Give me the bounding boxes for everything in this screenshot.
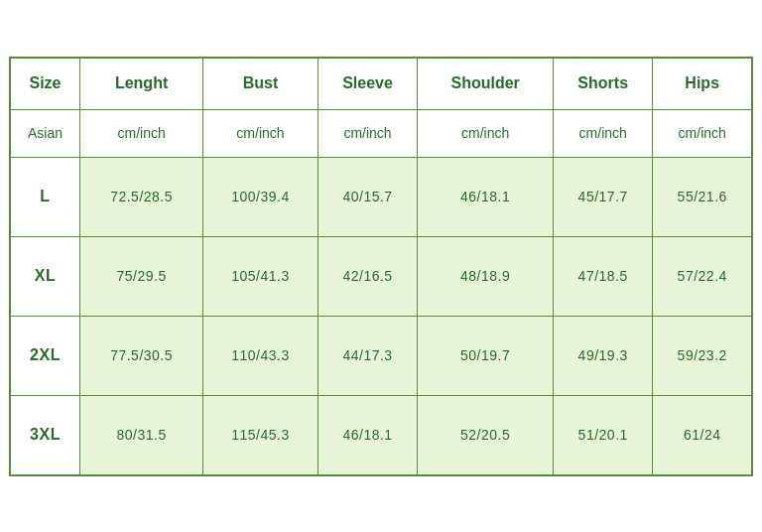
header-lenght: Lenght [80, 58, 203, 109]
subheader-sleeve-unit: cm/inch [318, 109, 418, 157]
subheader-bust-unit: cm/inch [203, 109, 318, 157]
table-row: 3XL80/31.5115/45.346/18.152/20.551/20.16… [11, 395, 752, 474]
header-sleeve: Sleeve [318, 58, 418, 109]
cell-lenght-3: 80/31.5 [80, 395, 203, 474]
header-size: Size [11, 58, 80, 109]
cell-shoulder-0: 46/18.1 [418, 157, 554, 236]
header-shoulder: Shoulder [418, 58, 554, 109]
header-shorts: Shorts [554, 58, 653, 109]
subheader-hips-unit: cm/inch [653, 109, 752, 157]
cell-shorts-2: 49/19.3 [554, 316, 653, 395]
table-row: L72.5/28.5100/39.440/15.746/18.145/17.75… [11, 157, 752, 236]
cell-shorts-3: 51/20.1 [554, 395, 653, 474]
cell-bust-3: 115/45.3 [203, 395, 318, 474]
cell-sleeve-1: 42/16.5 [318, 236, 418, 316]
size-chart-container: Size Lenght Bust Sleeve Shoulder Shorts … [9, 57, 753, 476]
subheader-shoulder-unit: cm/inch [418, 109, 554, 157]
cell-lenght-0: 72.5/28.5 [80, 157, 203, 236]
cell-lenght-2: 77.5/30.5 [80, 316, 203, 395]
size-chart-table: Size Lenght Bust Sleeve Shoulder Shorts … [10, 58, 752, 475]
cell-shoulder-2: 50/19.7 [418, 316, 554, 395]
table-row: XL75/29.5105/41.342/16.548/18.947/18.557… [11, 236, 752, 316]
subheader-shorts-unit: cm/inch [554, 109, 653, 157]
cell-size-1: XL [11, 236, 80, 316]
cell-shorts-0: 45/17.7 [554, 157, 653, 236]
table-row: 2XL77.5/30.5110/43.344/17.350/19.749/19.… [11, 316, 752, 395]
cell-sleeve-0: 40/15.7 [318, 157, 418, 236]
cell-hips-3: 61/24 [653, 395, 752, 474]
cell-lenght-1: 75/29.5 [80, 236, 203, 316]
cell-hips-1: 57/22.4 [653, 236, 752, 316]
cell-shoulder-3: 52/20.5 [418, 395, 554, 474]
cell-sleeve-3: 46/18.1 [318, 395, 418, 474]
cell-bust-1: 105/41.3 [203, 236, 318, 316]
header-hips: Hips [653, 58, 752, 109]
subheader-lenght-unit: cm/inch [80, 109, 203, 157]
cell-size-3: 3XL [11, 395, 80, 474]
cell-sleeve-2: 44/17.3 [318, 316, 418, 395]
cell-bust-0: 100/39.4 [203, 157, 318, 236]
cell-hips-0: 55/21.6 [653, 157, 752, 236]
cell-size-2: 2XL [11, 316, 80, 395]
cell-hips-2: 59/23.2 [653, 316, 752, 395]
cell-bust-2: 110/43.3 [203, 316, 318, 395]
cell-shoulder-1: 48/18.9 [418, 236, 554, 316]
header-bust: Bust [203, 58, 318, 109]
cell-size-0: L [11, 157, 80, 236]
cell-shorts-1: 47/18.5 [554, 236, 653, 316]
subheader-asian: Asian [11, 109, 80, 157]
